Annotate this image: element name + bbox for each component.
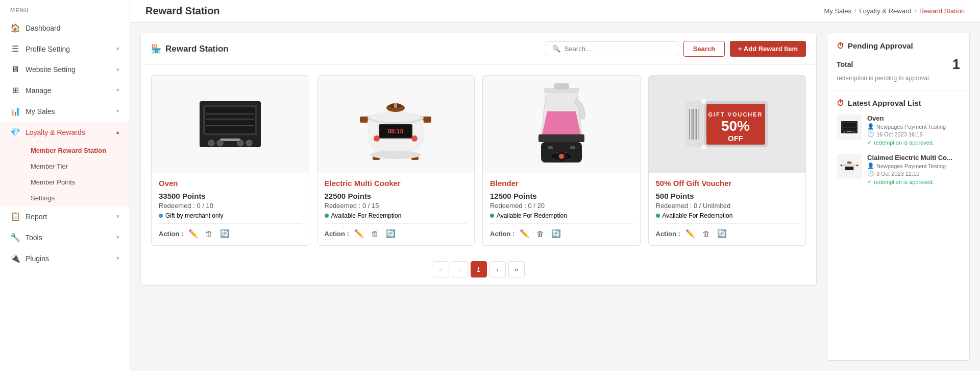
sidebar-item-member-reward-station[interactable]: Member Reward Station bbox=[26, 143, 130, 158]
card-redeemed-gift-voucher: Redeemed : 0 / Unlimited bbox=[656, 202, 799, 210]
history-button-blender[interactable]: 🔄 bbox=[549, 228, 563, 239]
total-count: 1 bbox=[952, 56, 960, 73]
delete-button-oven[interactable]: 🗑 bbox=[203, 228, 215, 239]
svg-text:50%: 50% bbox=[721, 118, 750, 134]
card-title-multi-cooker[interactable]: Electric Multi Cooker bbox=[325, 179, 468, 188]
action-label-blender: Action : bbox=[490, 230, 514, 238]
sidebar-item-profile-setting[interactable]: ☰ Profile Setting ▾ bbox=[0, 38, 130, 59]
chevron-down-icon: ▾ bbox=[116, 66, 119, 73]
approval-info-oven: Oven 👤 Newpages Payment Testing 🕐 16 Oct… bbox=[867, 114, 960, 146]
breadcrumb-my-sales[interactable]: My Sales bbox=[824, 7, 851, 15]
menu-label: MENU bbox=[0, 0, 130, 17]
reward-card-blender: Blender 12500 Points Redeemed : 0 / 20 A… bbox=[482, 75, 641, 246]
card-body-blender: Blender 12500 Points Redeemed : 0 / 20 A… bbox=[483, 173, 640, 245]
pagination-prev[interactable]: ‹ bbox=[452, 261, 468, 277]
status-dot-blender bbox=[490, 214, 494, 218]
approval-item-name-multi-cooker: Claimed Electric Multi Co... bbox=[867, 154, 960, 161]
loyalty-icon: 💎 bbox=[10, 127, 20, 137]
sidebar-item-member-points[interactable]: Member Points bbox=[26, 174, 130, 190]
pagination: « ‹ 1 › » bbox=[141, 256, 816, 285]
history-button-oven[interactable]: 🔄 bbox=[218, 228, 232, 239]
card-redeemed-multi-cooker: Redeemed : 0 / 15 bbox=[325, 202, 468, 210]
sidebar-item-manage[interactable]: ⊞ Manage ▾ bbox=[0, 80, 130, 101]
breadcrumb: My Sales / Loyalty & Reward / Reward Sta… bbox=[824, 7, 965, 15]
sidebar-item-label: Plugins bbox=[26, 254, 49, 263]
reward-card-oven: Oven 33500 Points Redeemed : 0 / 10 Gift… bbox=[151, 75, 309, 246]
svg-rect-30 bbox=[538, 134, 584, 142]
latest-approval-label: Latest Approval List bbox=[848, 99, 921, 107]
card-points-oven: 33500 Points bbox=[159, 192, 302, 200]
edit-button-gift-voucher[interactable]: ✏️ bbox=[683, 228, 697, 239]
svg-rect-66 bbox=[849, 161, 850, 163]
svg-point-19 bbox=[411, 135, 418, 142]
card-redeemed-oven: Redeemed : 0 / 10 bbox=[159, 202, 302, 210]
approval-user-text-oven: Newpages Payment Testing bbox=[876, 124, 946, 130]
card-title-oven[interactable]: Oven bbox=[159, 179, 302, 188]
clock-icon: ⏱ bbox=[837, 41, 844, 50]
approval-status-text-oven: redemption is approved. bbox=[874, 140, 934, 146]
sidebar-item-report[interactable]: 📋 Report ▾ bbox=[0, 206, 130, 227]
pagination-first[interactable]: « bbox=[433, 261, 449, 277]
pagination-last[interactable]: » bbox=[508, 261, 525, 277]
card-status-blender: Available For Redemption bbox=[490, 212, 633, 219]
total-label: Total bbox=[837, 60, 853, 68]
svg-rect-53 bbox=[843, 123, 856, 130]
sidebar-item-my-sales[interactable]: 📊 My Sales ▾ bbox=[0, 101, 130, 122]
status-dot-oven bbox=[159, 214, 163, 218]
svg-rect-2 bbox=[205, 106, 256, 134]
history-button-multi-cooker[interactable]: 🔄 bbox=[384, 228, 398, 239]
sidebar-item-label: Tools bbox=[26, 234, 42, 242]
reward-card-multi-cooker: 08:10 bbox=[317, 75, 475, 246]
sidebar-item-website-setting[interactable]: 🖥 Website Setting ▾ bbox=[0, 59, 130, 80]
approval-total-row: Total 1 bbox=[837, 56, 960, 73]
pagination-page-1[interactable]: 1 bbox=[471, 261, 487, 277]
svg-text:OFF: OFF bbox=[728, 134, 743, 143]
sidebar-item-loyalty-rewards[interactable]: 💎 Loyalty & Rewards ▴ bbox=[0, 122, 130, 143]
sidebar-item-member-tier[interactable]: Member Tier bbox=[26, 158, 130, 174]
card-status-text-multi-cooker: Available For Redemption bbox=[331, 212, 402, 219]
edit-button-multi-cooker[interactable]: ✏️ bbox=[352, 228, 366, 239]
plugins-icon: 🔌 bbox=[10, 253, 20, 263]
pagination-next[interactable]: › bbox=[489, 261, 506, 277]
sidebar-item-label: Report bbox=[26, 213, 47, 221]
card-action-multi-cooker: Action : ✏️ 🗑 🔄 bbox=[325, 223, 468, 239]
panel-header: 🏪 Reward Station 🔍 Search + Add Reward I… bbox=[141, 33, 816, 65]
sidebar-item-dashboard[interactable]: 🏠 Dashboard bbox=[0, 17, 130, 38]
sidebar-item-plugins[interactable]: 🔌 Plugins ▾ bbox=[0, 248, 130, 269]
delete-button-blender[interactable]: 🗑 bbox=[534, 228, 546, 239]
card-status-gift-voucher: Available For Redemption bbox=[656, 212, 799, 219]
search-input[interactable] bbox=[565, 45, 672, 53]
sidebar-item-label: Loyalty & Rewards bbox=[26, 128, 85, 136]
edit-button-oven[interactable]: ✏️ bbox=[186, 228, 200, 239]
breadcrumb-loyalty-reward[interactable]: Loyalty & Reward bbox=[860, 7, 912, 15]
user-icon-2: 👤 bbox=[867, 163, 874, 169]
sidebar-item-label: Profile Setting bbox=[26, 45, 70, 53]
history-button-gift-voucher[interactable]: 🔄 bbox=[715, 228, 729, 239]
sidebar-item-label: Website Setting bbox=[26, 65, 76, 74]
add-reward-item-button[interactable]: + Add Reward Item bbox=[730, 41, 806, 57]
my-sales-icon: 📊 bbox=[10, 106, 20, 116]
approval-item-name-oven: Oven bbox=[867, 114, 960, 122]
sidebar-item-label: Manage bbox=[26, 86, 52, 95]
svg-rect-63 bbox=[845, 167, 854, 170]
edit-button-blender[interactable]: ✏️ bbox=[518, 228, 531, 239]
card-action-oven: Action : ✏️ 🗑 🔄 bbox=[159, 223, 302, 239]
svg-rect-35 bbox=[548, 146, 553, 149]
delete-button-multi-cooker[interactable]: 🗑 bbox=[369, 228, 381, 239]
reward-station-panel: 🏪 Reward Station 🔍 Search + Add Reward I… bbox=[140, 33, 817, 286]
approval-info-multi-cooker: Claimed Electric Multi Co... 👤 Newpages … bbox=[867, 154, 960, 185]
card-title-blender[interactable]: Blender bbox=[490, 179, 633, 188]
latest-approval-title: ⏱ Latest Approval List bbox=[837, 99, 960, 107]
card-title-gift-voucher[interactable]: 50% Off Gift Voucher bbox=[656, 179, 799, 188]
card-image-blender bbox=[483, 76, 640, 173]
svg-point-34 bbox=[559, 154, 564, 159]
search-button[interactable]: Search bbox=[683, 41, 725, 57]
approval-item-oven: Oven 👤 Newpages Payment Testing 🕐 16 Oct… bbox=[837, 114, 960, 146]
chevron-down-icon: ▾ bbox=[116, 45, 119, 52]
sidebar-item-tools[interactable]: 🔧 Tools ▾ bbox=[0, 227, 130, 248]
delete-button-gift-voucher[interactable]: 🗑 bbox=[700, 228, 712, 239]
chevron-down-icon: ▾ bbox=[116, 234, 119, 241]
card-action-blender: Action : ✏️ 🗑 🔄 bbox=[490, 223, 633, 239]
svg-point-46 bbox=[701, 145, 706, 150]
sidebar-item-settings[interactable]: Settings bbox=[26, 190, 130, 206]
